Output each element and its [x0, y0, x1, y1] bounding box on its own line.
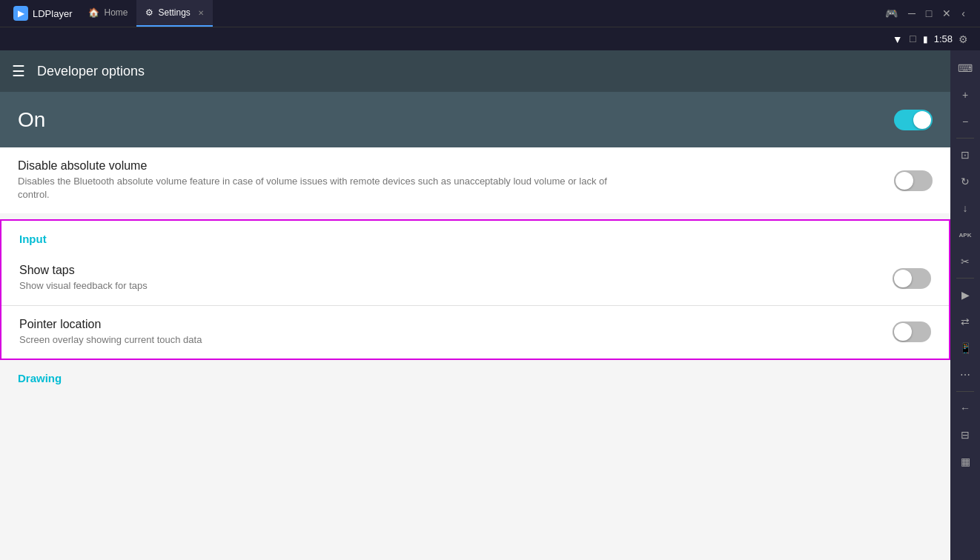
- sidebar-divider-1: [956, 138, 974, 139]
- volume-up-button[interactable]: +: [953, 83, 977, 107]
- app-logo: ▶ LDPlayer: [6, 6, 79, 21]
- on-toggle-row: On: [0, 92, 950, 147]
- disable-absolute-volume-item: Disable absolute volume Disables the Blu…: [0, 147, 950, 213]
- input-section: Input Show taps Show visual feedback for…: [0, 219, 950, 359]
- input-section-title: Input: [19, 233, 47, 245]
- volume-down-button[interactable]: −: [953, 110, 977, 133]
- settings-scroll[interactable]: Disable absolute volume Disables the Blu…: [0, 147, 950, 560]
- show-taps-item: Show taps Show visual feedback for taps: [1, 252, 949, 305]
- gamepad-icon[interactable]: 🎮: [885, 7, 898, 19]
- tab-home[interactable]: 🏠 Home: [79, 0, 136, 27]
- sidebar-divider-3: [956, 391, 974, 392]
- app-name: LDPlayer: [33, 8, 72, 19]
- tab-settings[interactable]: ⚙ Settings ✕: [136, 0, 212, 27]
- disable-absolute-volume-toggle[interactable]: [894, 170, 933, 191]
- time-display: 1:58: [934, 33, 953, 44]
- tab-settings-label: Settings: [158, 7, 190, 18]
- toggle-thumb: [913, 111, 931, 129]
- disable-absolute-volume-section: Disable absolute volume Disables the Blu…: [0, 147, 950, 213]
- status-bar: ▼ ☐ ▮ 1:58 ⚙: [0, 27, 980, 50]
- import-button[interactable]: ↓: [953, 196, 977, 220]
- disable-absolute-volume-text: Disable absolute volume Disables the Blu…: [18, 159, 894, 201]
- status-icons: ▼ ☐ ▮ 1:58 ⚙: [893, 33, 968, 45]
- settings-tab-icon: ⚙: [145, 7, 153, 18]
- disable-absolute-volume-desc: Disables the Bluetooth absolute volume f…: [18, 175, 611, 201]
- developer-options-toggle[interactable]: [894, 110, 933, 130]
- close-icon[interactable]: ✕: [942, 7, 951, 19]
- signal-icon: ☐: [909, 34, 917, 44]
- input-section-header: Input: [1, 221, 949, 252]
- right-sidebar: ⌨ + − ⊡ ↻ ↓ APK ✂ ▶ ⇄ 📱 ⋯ ← ⊟ ▦: [950, 50, 980, 560]
- maximize-icon[interactable]: □: [926, 7, 932, 19]
- main-container: ☰ Developer options On Disable absolute …: [0, 50, 980, 560]
- apk-button[interactable]: APK: [953, 223, 977, 247]
- logo-icon: ▶: [13, 6, 28, 21]
- back-icon[interactable]: ‹: [961, 7, 965, 19]
- tab-close-button[interactable]: ✕: [198, 9, 204, 17]
- hamburger-menu[interactable]: ☰: [12, 62, 25, 80]
- show-taps-desc: Show visual feedback for taps: [19, 279, 612, 293]
- toggle-thumb-vol: [895, 172, 913, 190]
- android-content: ☰ Developer options On Disable absolute …: [0, 50, 950, 560]
- settings-gear-icon[interactable]: ⚙: [959, 33, 968, 45]
- sidebar-divider-2: [956, 278, 974, 279]
- keyboard-button[interactable]: ⌨: [953, 56, 977, 80]
- show-taps-text: Show taps Show visual feedback for taps: [19, 264, 893, 293]
- toggle-thumb-pointer: [894, 323, 912, 341]
- drawing-section: Drawing: [0, 366, 950, 388]
- pointer-location-desc: Screen overlay showing current touch dat…: [19, 333, 612, 347]
- home-square-button[interactable]: ⊟: [953, 423, 977, 447]
- scissors-button[interactable]: ✂: [953, 250, 977, 273]
- pointer-location-title: Pointer location: [19, 318, 893, 331]
- pointer-location-text: Pointer location Screen overlay showing …: [19, 318, 893, 347]
- grid-button[interactable]: ▦: [953, 450, 977, 473]
- title-bar: ▶ LDPlayer 🏠 Home ⚙ Settings ✕ 🎮 ─ □ ✕ ‹: [0, 0, 980, 27]
- phone-button[interactable]: 📱: [953, 336, 977, 360]
- transfer-button[interactable]: ⇄: [953, 310, 977, 333]
- show-taps-title: Show taps: [19, 264, 893, 277]
- minimize-icon[interactable]: ─: [908, 7, 916, 19]
- tab-home-label: Home: [104, 7, 128, 18]
- battery-icon: ▮: [923, 34, 928, 44]
- header-title: Developer options: [37, 64, 145, 79]
- video-button[interactable]: ▶: [953, 283, 977, 307]
- pointer-location-toggle[interactable]: [893, 321, 931, 342]
- rotate-button[interactable]: ↻: [953, 170, 977, 193]
- wifi-icon: ▼: [893, 33, 903, 45]
- pointer-location-item: Pointer location Screen overlay showing …: [1, 306, 949, 359]
- app-header: ☰ Developer options: [0, 50, 950, 92]
- home-icon: 🏠: [88, 7, 99, 18]
- back-arrow-button[interactable]: ←: [953, 396, 977, 420]
- resize-button[interactable]: ⊡: [953, 143, 977, 167]
- drawing-title: Drawing: [18, 372, 62, 384]
- chat-button[interactable]: ⋯: [953, 363, 977, 387]
- disable-absolute-volume-title: Disable absolute volume: [18, 159, 894, 173]
- title-bar-right: 🎮 ─ □ ✕ ‹: [885, 7, 974, 19]
- on-label: On: [18, 108, 45, 132]
- toggle-thumb-taps: [894, 270, 912, 287]
- show-taps-toggle[interactable]: [893, 268, 931, 289]
